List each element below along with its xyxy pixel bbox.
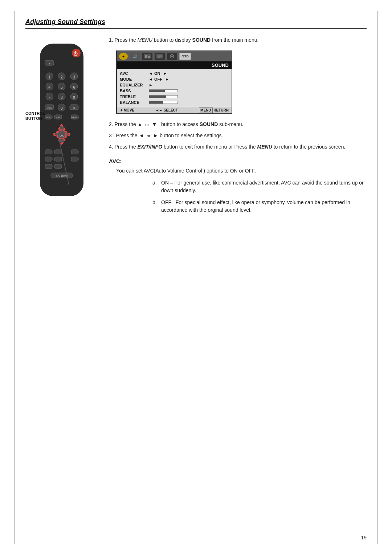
svg-rect-47 — [45, 164, 52, 169]
step4: 4. Press the EXIT/INFO button to exit fr… — [109, 143, 367, 151]
avc-list-item-b: b. OFF– For special sound effect, like o… — [152, 199, 367, 214]
svg-text:2: 2 — [61, 75, 63, 79]
avc-title: AVC: — [109, 158, 367, 164]
svg-text:⏻: ⏻ — [73, 51, 78, 56]
svg-text:4: 4 — [48, 85, 50, 89]
svg-rect-53 — [145, 55, 147, 58]
osd-icon-2: 🔊 — [130, 53, 140, 60]
svg-text:●: ● — [49, 62, 50, 65]
osd-menu-bottombar: ✦ MOVE ◄► SELECT MENU RETURN — [117, 107, 232, 113]
avc-list: a. ON – For general use, like commercial… — [152, 179, 367, 214]
svg-rect-45 — [54, 157, 62, 161]
osd-icon-3 — [142, 53, 152, 60]
svg-text:CH: CH — [56, 116, 60, 119]
svg-text:OK: OK — [60, 134, 64, 137]
svg-rect-48 — [54, 164, 62, 169]
avc-description: You can set AVC(Auto Volume Control ) op… — [116, 167, 367, 175]
svg-rect-46 — [71, 157, 78, 161]
svg-text:3: 3 — [73, 75, 75, 79]
svg-text:0: 0 — [61, 106, 63, 110]
border-right — [377, 11, 377, 544]
svg-rect-44 — [45, 157, 52, 161]
svg-text:1: 1 — [48, 75, 50, 79]
osd-menu-sound-title: SOUND — [117, 61, 232, 69]
svg-text:7: 7 — [48, 96, 50, 100]
osd-menu-topbar: ● 🔊 OSD — [117, 51, 232, 61]
steps-area: CONTROL BUTTON ⏻ ● 1 2 — [25, 36, 367, 218]
step1: 1. Press the MENU button to display SOUN… — [109, 36, 367, 44]
svg-text:↺: ↺ — [73, 106, 75, 110]
svg-text:5: 5 — [61, 85, 63, 89]
main-content: CONTROL BUTTON ⏻ ● 1 2 — [25, 36, 367, 226]
control-button-label: CONTROL BUTTON — [25, 111, 45, 121]
osd-row-equalizer: EQUALIZER ► — [120, 82, 229, 88]
step2: 2. Press the ▲ or ▼ button to access SOU… — [109, 121, 367, 128]
step3: 3 . Press the ◄ or ► button to select th… — [109, 132, 367, 139]
osd-row-balance: BALANCE — [120, 100, 229, 105]
border-top — [15, 11, 377, 11]
avc-section: AVC: You can set AVC(Auto Volume Control… — [109, 158, 367, 214]
svg-rect-54 — [148, 56, 150, 58]
border-left — [15, 11, 15, 544]
svg-text:MENU: MENU — [71, 116, 79, 119]
osd-return: MENU RETURN — [199, 108, 229, 112]
osd-icon-1: ● — [119, 53, 128, 60]
svg-text:VOL: VOL — [46, 116, 51, 119]
osd-row-mode: MODE ◄ OFF ► — [120, 76, 229, 82]
border-bottom — [15, 544, 377, 544]
steps-list: 2. Press the ▲ or ▼ button to access SOU… — [109, 121, 367, 151]
svg-rect-42 — [54, 150, 62, 154]
svg-text:6: 6 — [73, 85, 75, 89]
svg-text:8: 8 — [61, 96, 63, 100]
instructions-area: 1. Press the MENU button to display SOUN… — [105, 36, 367, 218]
osd-move: ✦ MOVE — [120, 108, 134, 112]
osd-icon-5 — [167, 53, 177, 60]
svg-text:100+: 100+ — [46, 107, 52, 109]
svg-rect-41 — [45, 150, 52, 154]
osd-row-bass: BASS — [120, 88, 229, 94]
svg-point-60 — [171, 56, 173, 57]
osd-menu-body: AVC ◄ ON ► MODE ◄ OFF ► EQUALIZER — [117, 69, 232, 107]
remote-container: CONTROL BUTTON ⏻ ● 1 2 — [25, 40, 105, 201]
osd-icon-osd: OSD — [179, 53, 191, 60]
svg-text:SOURCE: SOURCE — [56, 175, 68, 178]
svg-rect-43 — [71, 150, 78, 154]
page-title: Adjusting Sound Settings — [25, 18, 105, 25]
osd-select: ◄► SELECT — [155, 108, 178, 112]
osd-row-treble: TREBLE — [120, 94, 229, 100]
avc-list-item-a: a. ON – For general use, like commercial… — [152, 179, 367, 194]
osd-menu: ● 🔊 OSD SOUND — [116, 50, 232, 114]
svg-text:9: 9 — [73, 96, 75, 100]
osd-row-avc: AVC ◄ ON ► — [120, 70, 229, 76]
osd-icon-4 — [155, 53, 165, 60]
page-header: Adjusting Sound Settings — [25, 18, 367, 29]
page-number: —19 — [356, 535, 367, 540]
